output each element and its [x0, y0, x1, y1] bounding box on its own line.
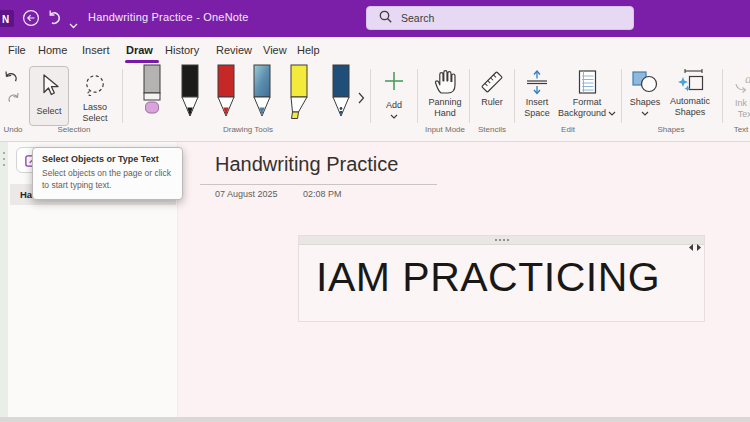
ribbon-separator — [621, 69, 622, 123]
drag-grip-icon[interactable] — [495, 239, 509, 241]
navy-pen-tool[interactable] — [327, 64, 355, 122]
format-bg-chevron-icon — [608, 111, 616, 116]
group-label-text: Text — [726, 125, 750, 134]
group-label-input-mode: Input Mode — [420, 125, 470, 134]
svg-text:N: N — [2, 14, 9, 25]
tab-help[interactable]: Help — [297, 44, 320, 56]
ribbon-separator — [417, 69, 418, 123]
onenote-logo-icon: N — [0, 10, 14, 31]
tab-history[interactable]: History — [165, 44, 199, 56]
hand-icon — [432, 69, 458, 95]
ruler-icon — [479, 69, 505, 95]
quick-access-chevron-icon[interactable] — [69, 15, 78, 33]
tab-draw[interactable]: Draw — [126, 44, 153, 56]
add-label: Add — [386, 100, 402, 111]
tooltip-title: Select Objects or Type Text — [42, 154, 173, 164]
lasso-label-line1: Lasso — [83, 102, 107, 113]
add-chevron-icon — [390, 114, 398, 119]
shapes-label: Shapes — [630, 97, 661, 108]
ribbon-separator — [514, 69, 515, 123]
auto-shapes-label-line2: Shapes — [675, 107, 706, 118]
ink-to-text-label-line2: Text — [738, 109, 750, 120]
ink-to-text-icon: a — [733, 71, 750, 95]
tab-home[interactable]: Home — [38, 44, 67, 56]
active-tab-underline — [125, 60, 159, 63]
panning-label-line2: Hand — [434, 108, 456, 119]
title-bar: N Handwriting Practice - OneNote — [0, 0, 750, 37]
yellow-highlighter-tool[interactable] — [285, 64, 313, 122]
group-label-undo: Undo — [0, 125, 26, 134]
insert-space-button[interactable]: Insert Space — [518, 66, 556, 119]
ribbon-separator — [122, 69, 123, 123]
menu-bar: File Home Insert Draw History Review Vie… — [0, 37, 750, 64]
more-pens-chevron-icon[interactable] — [358, 90, 365, 108]
tab-insert[interactable]: Insert — [82, 44, 110, 56]
select-label: Select — [36, 106, 61, 117]
ribbon-separator — [370, 69, 371, 123]
automatic-shapes-button[interactable]: Automatic Shapes — [664, 66, 716, 118]
shapes-button[interactable]: Shapes — [626, 66, 664, 116]
page-title[interactable]: Handwriting Practice — [215, 153, 398, 176]
ink-to-text-label-line1: Ink to — [735, 98, 750, 109]
format-background-button[interactable]: Format Background — [556, 66, 618, 119]
shapes-chevron-icon — [641, 111, 649, 116]
ribbon-separator — [469, 69, 470, 123]
rail-grip-icon[interactable] — [3, 152, 5, 166]
tab-review[interactable]: Review — [216, 44, 252, 56]
ribbon-redo-icon[interactable] — [6, 90, 21, 108]
undo-icon[interactable] — [45, 9, 63, 31]
tab-file[interactable]: File — [8, 44, 26, 56]
search-box[interactable] — [366, 6, 634, 30]
tab-view[interactable]: View — [263, 44, 287, 56]
panning-label-line1: Panning — [428, 97, 461, 108]
svg-text:a: a — [745, 71, 750, 86]
note-container-header[interactable] — [299, 236, 704, 245]
group-label-stencils: Stencils — [470, 125, 514, 134]
note-text[interactable]: IAM PRACTICING — [299, 245, 704, 301]
format-bg-label-line2: Background — [558, 108, 606, 119]
group-label-edit: Edit — [518, 125, 618, 134]
note-container[interactable]: IAM PRACTICING — [298, 235, 705, 322]
group-label-shapes: Shapes — [624, 125, 718, 134]
page-canvas[interactable]: Handwriting Practice 07 August 2025 02:0… — [178, 142, 750, 417]
format-bg-label-line1: Format — [573, 97, 602, 108]
shapes-icon — [631, 70, 659, 94]
group-label-selection: Selection — [29, 125, 119, 134]
select-button[interactable]: Select — [29, 66, 69, 126]
ribbon-separator — [722, 69, 723, 123]
eraser-tool[interactable] — [138, 64, 166, 122]
insert-space-label-line1: Insert — [526, 97, 549, 108]
resize-handle-icon[interactable] — [689, 237, 701, 255]
title-underline — [200, 184, 437, 185]
format-background-icon — [575, 69, 599, 95]
search-input[interactable] — [401, 12, 601, 24]
ruler-button[interactable]: Ruler — [472, 66, 512, 108]
galaxy-pen-tool[interactable] — [248, 64, 276, 122]
lasso-select-button[interactable]: Lasso Select — [72, 66, 118, 124]
ribbon-undo-icon[interactable] — [3, 69, 20, 88]
automatic-shapes-icon — [675, 68, 705, 94]
ink-to-text-button[interactable]: a Ink to Text — [726, 66, 750, 120]
group-label-drawing-tools: Drawing Tools — [130, 125, 366, 134]
window-title: Handwriting Practice - OneNote — [88, 11, 249, 23]
insert-space-label-line2: Space — [524, 108, 550, 119]
page-time: 02:08 PM — [303, 189, 342, 199]
ruler-label: Ruler — [481, 97, 503, 108]
navigation-rail[interactable] — [0, 142, 8, 417]
back-icon[interactable] — [22, 9, 40, 31]
insert-space-icon — [524, 69, 550, 95]
page-date: 07 August 2025 — [215, 189, 278, 199]
window-bottom-edge — [0, 417, 750, 422]
black-pen-tool[interactable] — [176, 64, 204, 122]
red-pen-tool[interactable] — [212, 64, 240, 122]
tooltip-body: Select objects on the page or click to s… — [42, 168, 173, 192]
lasso-label-line2: Select — [82, 113, 107, 124]
search-icon — [379, 9, 392, 27]
add-button[interactable]: Add — [374, 66, 414, 119]
auto-shapes-label-line1: Automatic — [670, 96, 710, 107]
onenote-window: N Handwriting Practice - OneNote — [0, 0, 750, 422]
panning-hand-button[interactable]: Panning Hand — [422, 66, 468, 119]
select-tooltip: Select Objects or Type Text Select objec… — [32, 147, 183, 200]
ribbon: Undo Select Lasso Select Selection — [0, 64, 750, 142]
